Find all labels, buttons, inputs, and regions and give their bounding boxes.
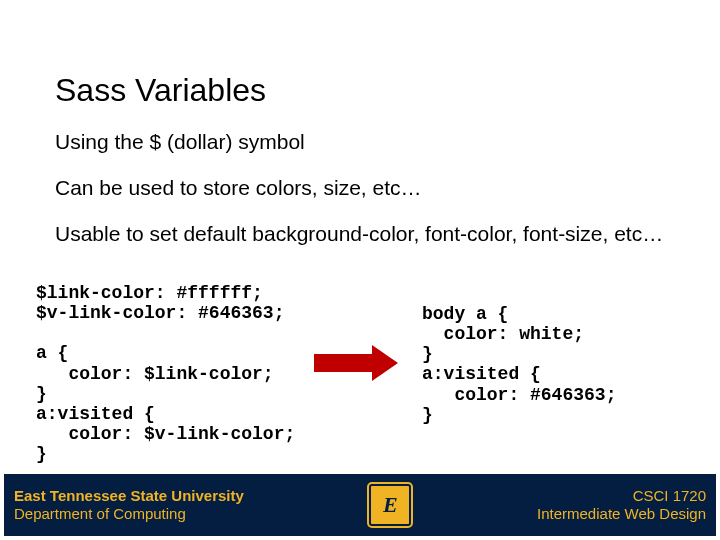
course-name: Intermediate Web Design: [537, 505, 706, 523]
slide-footer: East Tennessee State University Departme…: [4, 474, 716, 536]
course-code: CSCI 1720: [537, 487, 706, 505]
slide-title: Sass Variables: [55, 72, 266, 109]
footer-right: CSCI 1720 Intermediate Web Design: [537, 487, 706, 523]
department-name: Department of Computing: [14, 505, 244, 523]
bullet-3: Usable to set default background-color, …: [55, 222, 665, 246]
etsu-logo-icon: E: [369, 484, 411, 526]
slide: Sass Variables Using the $ (dollar) symb…: [0, 0, 720, 540]
university-name: East Tennessee State University: [14, 487, 244, 505]
bullet-1: Using the $ (dollar) symbol: [55, 130, 305, 154]
footer-left: East Tennessee State University Departme…: [14, 487, 244, 523]
code-block-css: body a { color: white; } a:visited { col…: [422, 304, 616, 425]
code-block-sass: $link-color: #ffffff; $v-link-color: #64…: [36, 283, 295, 464]
arrow-icon: [314, 345, 402, 381]
arrow-body: [314, 354, 374, 372]
footer-center: E: [369, 484, 411, 526]
arrow-head: [372, 345, 398, 381]
bullet-2: Can be used to store colors, size, etc…: [55, 176, 422, 200]
